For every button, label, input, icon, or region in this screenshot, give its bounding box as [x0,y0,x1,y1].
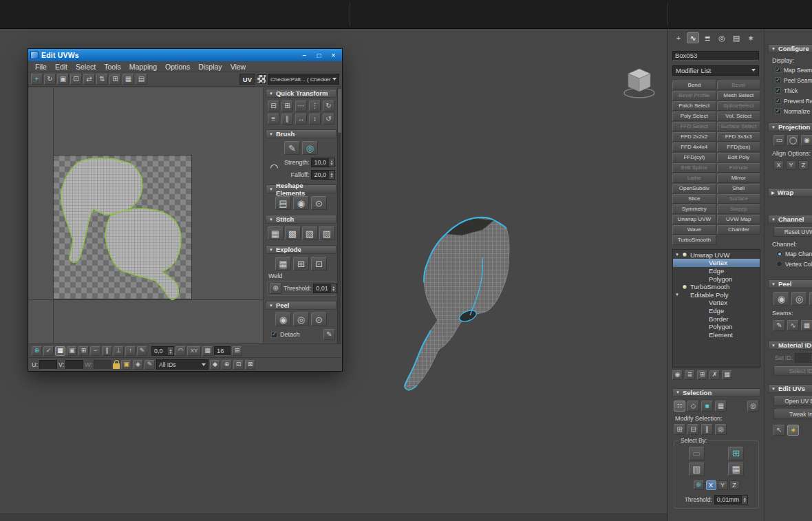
spherical-map-icon[interactable]: ◉ [801,135,812,146]
space-horizontal-icon[interactable]: ⋯ [295,100,307,111]
spinner-arrows-icon[interactable] [741,496,747,504]
rollout-header-wrap[interactable]: Wrap [768,188,812,197]
zoom-extents-icon[interactable]: ⊠ [245,360,255,370]
select-cursor-icon[interactable]: ↖ [773,425,785,436]
quick-peel-icon[interactable]: ◉ [773,292,789,306]
modifier-preset-button[interactable]: OpenSubdiv [672,184,716,193]
prevent-reflattening-checkbox[interactable]: Prevent Refla [775,96,812,105]
pack-uvs-icon[interactable]: ▦ [122,74,134,85]
tweak-in-view-button[interactable]: Tweak In [773,410,812,419]
xy-axis-button[interactable]: XY [187,346,201,356]
texture-checker-toggle-icon[interactable]: ▦ [55,346,65,356]
pelt-map-icon[interactable]: ⊙ [311,312,327,326]
stack-item[interactable]: Polygon [673,275,760,283]
menu-item[interactable]: File [31,63,51,71]
modifier-preset-button[interactable]: Bevel Profile [672,91,716,100]
mirror-vertical-icon[interactable]: ⇅ [96,74,108,85]
polygon-mode-icon[interactable]: ■ [701,401,713,412]
detach-checkbox[interactable]: Detach [271,331,300,338]
stack-item[interactable]: TurboSmooth [673,283,760,291]
modifier-preset-button[interactable]: Mirror [717,173,761,183]
select-by-material-icon[interactable]: ▥ [689,462,705,476]
rollout-header-configure[interactable]: Configure [768,44,812,53]
stack-item[interactable]: Border [673,315,760,323]
show-hidden-edges-icon[interactable]: ✓ [43,346,54,356]
modifier-preset-button[interactable]: TurboSmooth [672,235,716,245]
flatten-custom-icon[interactable]: ⊡ [311,257,327,270]
coordinate-spinner[interactable]: 0,0 [151,346,174,356]
loop-selection-icon[interactable]: ◎ [715,424,727,435]
menu-item[interactable]: Display [194,63,226,71]
stack-item[interactable]: Editable Poly [673,290,760,299]
menu-item[interactable]: Select [72,63,100,71]
spinner-arrows-icon[interactable] [328,158,334,167]
stack-item[interactable]: Polygon [673,323,760,331]
hierarchy-tab-icon[interactable]: ≣ [701,32,714,43]
edit-seams-icon[interactable]: ✎ [773,320,785,331]
selection-threshold-spinner[interactable]: 0,01mm [714,495,749,504]
material-id-filter-dropdown[interactable]: All IDs [156,359,209,370]
texture-picker-dropdown[interactable]: CheckerPatt... ( Checker ) [268,74,339,85]
modifier-preset-button[interactable]: Bend [672,81,716,90]
axis-toggle-button[interactable]: X [706,480,716,490]
isolate-selection-icon[interactable]: ∗ [787,425,799,436]
weld-selected-icon[interactable]: ⊕ [270,283,281,294]
pan-tool-icon[interactable]: ◆ [210,360,220,370]
zoom-tool-icon[interactable]: ⊕ [222,360,232,370]
open-uv-editor-button[interactable]: Open UV Ed [773,396,812,406]
minimize-button[interactable]: − [297,50,312,60]
modifier-preset-button[interactable]: Patch Select [672,101,716,111]
uv-editor-canvas[interactable] [29,87,264,344]
radio-button[interactable] [776,251,782,257]
edge-mode-icon[interactable]: ◇ [687,401,699,412]
modify-tab-icon[interactable]: ∿ [687,32,699,43]
align-to-edge-icon[interactable]: ≡ [268,114,279,125]
peel-seams-checkbox[interactable]: Peel Seams [775,76,812,85]
menu-item[interactable]: Options [161,63,194,71]
grow-selection-icon[interactable]: ⊞ [674,424,685,435]
configure-modifier-sets-icon[interactable]: ▦ [722,370,732,380]
space-vertical-icon[interactable]: ⋮ [309,100,321,111]
modifier-preset-button[interactable]: Slice [672,194,716,204]
rollout-header[interactable]: Explode [266,245,336,254]
relax-tool-icon[interactable]: ⊙ [311,196,327,210]
rollout-header[interactable]: Selection [672,388,760,397]
stack-item[interactable]: Edge [673,307,760,315]
rollout-header[interactable]: Reshape Elements [266,184,336,193]
stack-item[interactable]: Vertex [673,299,760,307]
thick-checkbox[interactable]: Thick [775,86,812,95]
edit-mode-icon[interactable]: ✎ [137,346,147,356]
ring-selection-icon[interactable]: ∥ [701,424,713,435]
pin-stack-icon[interactable]: ◉ [672,370,683,380]
modifier-preset-button[interactable]: Vol. Select [717,111,761,121]
rotate-cw-90-icon[interactable]: ↻ [323,100,334,111]
cylindrical-map-icon[interactable]: ◯ [787,135,799,146]
axis-toggle-button[interactable]: Z [729,480,740,490]
modifier-preset-button[interactable]: Mesh Select [717,91,761,100]
shrink-selection-icon[interactable]: ⊟ [687,424,699,435]
mesh-object[interactable] [401,208,518,397]
rollout-header-peel[interactable]: Peel [768,279,812,288]
stack-item[interactable]: Vertex [673,259,760,267]
maximize-button[interactable]: □ [312,50,326,60]
reset-peel-icon[interactable]: ⊙ [809,292,812,306]
snap-center-icon[interactable]: ⊥ [114,346,124,356]
mirror-horizontal-icon[interactable]: ⇄ [83,74,95,85]
checkbox[interactable] [775,67,781,73]
modifier-visibility-bulb-icon[interactable] [682,252,687,257]
remove-modifier-icon[interactable]: ✗ [709,370,720,380]
spinner-arrows-icon[interactable] [330,284,336,293]
modifier-preset-button[interactable]: Edit Spline [672,163,716,173]
checkbox[interactable] [775,87,781,94]
absolute-typein-icon[interactable]: ⊕ [32,346,42,356]
display-tab-icon[interactable]: ▤ [730,32,742,43]
stack-item[interactable]: Element [673,330,760,339]
linear-align-icon[interactable]: ∥ [281,114,293,125]
lock-selection-icon[interactable]: ▣ [121,360,131,370]
modifier-preset-button[interactable]: Symmetry [672,204,716,214]
side-panel-scrollbar[interactable] [337,87,341,343]
stack-item[interactable]: Unwrap UVW [673,251,760,259]
modifier-preset-button[interactable]: UVW Map [717,215,761,224]
distribute-horizontal-icon[interactable]: ↔ [295,114,307,125]
rollout-header-edit-uvs[interactable]: Edit UVs [768,384,812,393]
